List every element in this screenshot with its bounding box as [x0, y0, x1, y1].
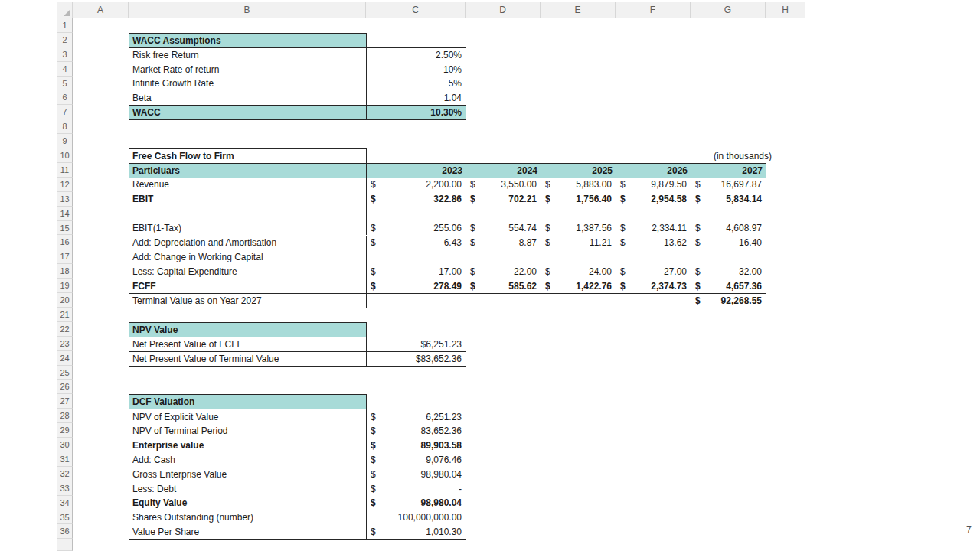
wacc-title-cell[interactable]: WACC Assumptions [129, 33, 367, 48]
fcff-value-cell[interactable]: $3,550.00 [466, 178, 541, 192]
fcff-value-cell[interactable] [366, 249, 466, 264]
fcff-value-cell[interactable]: $1,422.76 [541, 279, 616, 294]
row-header-12[interactable]: 12 [57, 178, 73, 192]
fcff-value-cell[interactable]: $6.43 [366, 236, 466, 250]
fcff-value-cell[interactable] [466, 207, 541, 221]
fcff-value-cell[interactable]: $255.06 [366, 221, 466, 236]
fcff-value-cell[interactable]: $22.00 [466, 264, 541, 279]
fcff-value-cell[interactable]: $4,657.36 [691, 279, 766, 294]
fcff-value-cell[interactable]: $2,334.11 [616, 221, 691, 236]
fcff-value-cell[interactable]: $1,756.40 [541, 192, 616, 207]
fcff-year-header-cell[interactable]: 2024 [466, 163, 541, 178]
fcff-value-cell[interactable]: $24.00 [541, 264, 616, 279]
row-header-4[interactable]: 4 [57, 62, 73, 77]
fcff-terminal-label-cell[interactable]: Terminal Value as on Year 2027 [129, 293, 367, 308]
dcf-row-label[interactable]: Less: Debt [129, 481, 366, 496]
fcff-value-cell[interactable]: $17.00 [366, 264, 466, 279]
dcf-row-label[interactable]: Value Per Share [129, 525, 366, 540]
dcf-row-label[interactable]: Add: Cash [129, 453, 366, 468]
fcff-row-label-cell[interactable]: Revenue [129, 178, 367, 192]
row-header-36[interactable]: 36 [57, 525, 73, 540]
fcff-year-header-cell[interactable]: 2026 [616, 163, 691, 178]
wacc-row-label[interactable]: Infinite Growth Rate [129, 77, 366, 91]
fcff-value-cell[interactable] [366, 207, 466, 221]
column-header-a[interactable]: A [73, 2, 129, 18]
fcff-title-cell[interactable]: Free Cash Flow to Firm [129, 148, 367, 164]
row-header-20[interactable]: 20 [57, 293, 73, 308]
fcff-value-cell[interactable]: $11.21 [541, 236, 616, 250]
dcf-row-label[interactable]: Equity Value [129, 496, 366, 510]
row-header-19[interactable]: 19 [57, 279, 73, 293]
wacc-row-label[interactable]: Beta [129, 91, 366, 106]
dcf-row-value[interactable]: $83,652.36 [367, 424, 466, 439]
units-note[interactable]: (in thousands) [591, 148, 773, 163]
fcff-row-label-cell[interactable]: Less: Capital Expenditure [129, 264, 367, 279]
row-header-29[interactable]: 29 [57, 423, 73, 438]
select-all-corner[interactable] [57, 2, 73, 18]
dcf-row-value[interactable]: $89,903.58 [367, 439, 466, 453]
row-header-25[interactable]: 25 [57, 366, 73, 380]
fcff-value-cell[interactable]: $2,200.00 [366, 178, 466, 192]
fcff-value-cell[interactable]: $16.40 [691, 236, 766, 250]
row-header-33[interactable]: 33 [57, 481, 73, 496]
wacc-row-value[interactable]: 5% [367, 77, 466, 91]
fcff-value-cell[interactable]: $9,879.50 [616, 178, 691, 192]
fcff-row-label-cell[interactable]: Add: Depreciation and Amortisation [129, 236, 367, 250]
row-header-35[interactable]: 35 [57, 510, 73, 525]
row-header-5[interactable]: 5 [57, 77, 73, 91]
fcff-terminal-value-cell[interactable]: $ 92,268.55 [691, 293, 766, 308]
wacc-row-label[interactable]: Risk free Return [129, 48, 366, 63]
wacc-total-value-cell[interactable]: 10.30% [366, 105, 466, 120]
column-header-g[interactable]: G [691, 2, 766, 18]
column-header-d[interactable]: D [466, 2, 541, 18]
fcff-value-cell[interactable]: $8.87 [466, 236, 541, 250]
row-header-13[interactable]: 13 [57, 192, 73, 207]
fcff-terminal-filler-cell[interactable] [366, 293, 691, 308]
row-header-32[interactable]: 32 [57, 467, 73, 481]
dcf-row-value[interactable]: $9,076.46 [367, 453, 466, 468]
fcff-value-cell[interactable]: $554.74 [466, 221, 541, 236]
row-header-2[interactable]: 2 [57, 33, 73, 47]
row-header-10[interactable]: 10 [57, 148, 73, 163]
column-header-c[interactable]: C [366, 2, 466, 18]
row-header-30[interactable]: 30 [57, 438, 73, 452]
fcff-row-label-cell[interactable]: EBIT [129, 192, 367, 207]
wacc-row-value[interactable]: 1.04 [367, 91, 466, 106]
column-header-f[interactable]: F [616, 2, 691, 18]
column-header-e[interactable]: E [541, 2, 616, 18]
fcff-year-header-cell[interactable]: 2025 [541, 163, 616, 178]
wacc-row-label[interactable]: Market Rate of return [129, 62, 366, 77]
row-header-3[interactable]: 3 [57, 47, 73, 62]
fcff-value-cell[interactable] [616, 249, 691, 264]
npv-row-value-cell[interactable]: $83,652.36 [366, 351, 466, 367]
fcff-value-cell[interactable]: $278.49 [366, 279, 466, 294]
row-header-8[interactable]: 8 [57, 119, 73, 134]
fcff-header-particulars-cell[interactable]: Particluars [129, 163, 367, 178]
row-header-14[interactable]: 14 [57, 207, 73, 221]
row-header-16[interactable]: 16 [57, 236, 73, 250]
dcf-row-value[interactable]: 100,000,000.00 [367, 510, 466, 525]
dcf-row-label[interactable]: Enterprise value [129, 439, 366, 453]
fcff-value-cell[interactable]: $5,883.00 [541, 178, 616, 192]
npv-row-label-cell[interactable]: Net Present Value of Terminal Value [129, 351, 367, 367]
wacc-row-value[interactable]: 10% [367, 62, 466, 77]
fcff-year-header-cell[interactable]: 2023 [366, 163, 466, 178]
fcff-value-cell[interactable]: $2,954.58 [616, 192, 691, 207]
fcff-value-cell[interactable]: $16,697.87 [691, 178, 766, 192]
dcf-row-value[interactable]: $- [367, 481, 466, 496]
row-header-9[interactable]: 9 [57, 134, 73, 148]
dcf-row-value[interactable]: $98,980.04 [367, 467, 466, 481]
wacc-row-value[interactable]: 2.50% [367, 48, 466, 63]
fcff-value-cell[interactable]: $27.00 [616, 264, 691, 279]
row-header-6[interactable]: 6 [57, 91, 73, 106]
row-header-18[interactable]: 18 [57, 264, 73, 279]
fcff-value-cell[interactable] [541, 249, 616, 264]
row-header-27[interactable]: 27 [57, 394, 73, 409]
dcf-row-label[interactable]: Shares Outstanding (number) [129, 510, 366, 525]
dcf-row-value[interactable]: $98,980.04 [367, 496, 466, 510]
fcff-value-cell[interactable]: $322.86 [366, 192, 466, 207]
dcf-row-value[interactable]: $6,251.23 [367, 409, 466, 424]
dcf-row-label[interactable]: NPV of Explicit Value [129, 409, 366, 424]
fcff-row-label-cell[interactable]: Add: Change in Working Capital [129, 249, 367, 264]
fcff-value-cell[interactable] [691, 249, 766, 264]
